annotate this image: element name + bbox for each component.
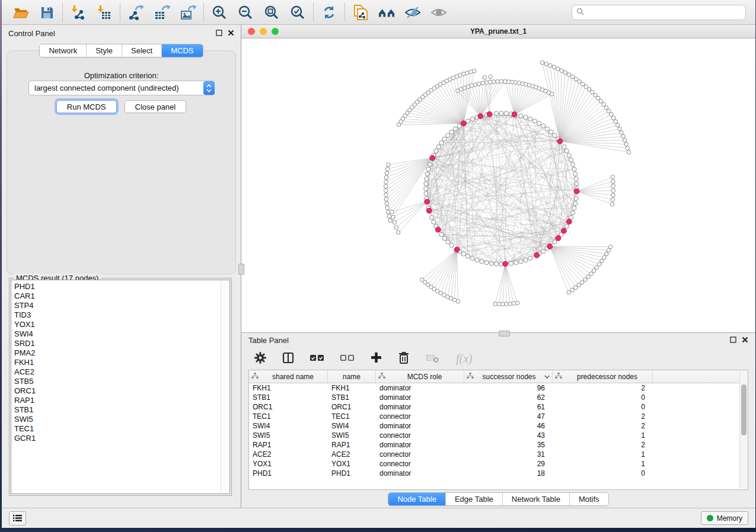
mcds-result-item[interactable]: GCR1 xyxy=(14,434,229,443)
cell-shared-name[interactable]: ACE2 xyxy=(249,450,328,459)
table-row[interactable]: RAP1RAP1dominator352 xyxy=(249,440,748,450)
table-row[interactable]: FKH1FKH1dominator962 xyxy=(249,383,748,393)
column-layout-icon[interactable] xyxy=(282,352,294,366)
network-canvas[interactable] xyxy=(241,39,755,332)
cell-predecessor-nodes[interactable]: 2 xyxy=(553,441,653,449)
delete-column-icon[interactable] xyxy=(398,351,410,367)
import-network-icon[interactable] xyxy=(70,4,87,21)
tab-network[interactable]: Network xyxy=(40,44,87,57)
mcds-result-item[interactable]: TEC1 xyxy=(14,424,229,434)
close-panel-icon[interactable] xyxy=(228,29,234,38)
column-header-MCDS-role[interactable]: MCDS role xyxy=(376,370,464,383)
cell-mcds-role[interactable]: dominator xyxy=(376,469,464,477)
mcds-result-item[interactable]: SWI5 xyxy=(14,415,229,424)
column-header-successor-nodes[interactable]: successor nodes xyxy=(464,370,553,383)
mcds-network-node[interactable] xyxy=(556,236,561,241)
mcds-network-node[interactable] xyxy=(547,244,553,249)
cell-predecessor-nodes[interactable]: 0 xyxy=(553,403,653,411)
table-row[interactable]: SWI4SWI4dominator462 xyxy=(249,421,748,431)
mcds-result-item[interactable]: SRD1 xyxy=(14,339,229,348)
column-header-name[interactable]: name xyxy=(328,370,376,383)
cell-predecessor-nodes[interactable]: 0 xyxy=(553,469,653,477)
cell-successor-nodes[interactable]: 96 xyxy=(464,384,553,392)
cell-name[interactable]: ACE2 xyxy=(328,450,376,459)
mcds-result-list[interactable]: PHD1CAR1STP4TID3YOX1SWI4SRD1PMA2FKH1ACE2… xyxy=(11,280,230,494)
cell-shared-name[interactable]: TEC1 xyxy=(249,412,328,421)
save-session-icon[interactable] xyxy=(39,4,55,21)
open-session-icon[interactable] xyxy=(12,4,29,21)
splitter-handle-vertical[interactable] xyxy=(238,264,244,275)
first-neighbors-icon[interactable] xyxy=(378,4,395,21)
mcds-network-node[interactable] xyxy=(454,247,460,252)
export-table-icon[interactable] xyxy=(154,4,170,21)
mcds-result-item[interactable]: CAR1 xyxy=(14,291,229,301)
mcds-result-item[interactable]: STP4 xyxy=(14,301,229,310)
cell-successor-nodes[interactable]: 46 xyxy=(464,422,553,430)
table-row[interactable]: ACE2ACE2connector311 xyxy=(249,450,748,459)
splitter-handle-horizontal[interactable] xyxy=(499,331,510,336)
window-minimize-button[interactable] xyxy=(260,28,267,35)
float-panel-icon[interactable] xyxy=(216,29,222,38)
zoom-fit-icon[interactable] xyxy=(263,4,280,21)
select-all-checkboxes-icon[interactable] xyxy=(310,354,324,364)
mcds-result-item[interactable]: YOX1 xyxy=(14,320,229,329)
table-row[interactable]: TEC1TEC1connector472 xyxy=(249,412,748,421)
mcds-network-node[interactable] xyxy=(461,121,466,126)
tab-style[interactable]: Style xyxy=(87,44,122,57)
column-header-shared-name[interactable]: shared name xyxy=(249,370,328,383)
cell-name[interactable]: FKH1 xyxy=(328,384,376,392)
mcds-result-item[interactable]: PHD1 xyxy=(14,282,229,291)
cell-shared-name[interactable]: SWI5 xyxy=(249,431,328,440)
memory-button[interactable]: Memory xyxy=(701,511,748,525)
mcds-result-item[interactable]: STB5 xyxy=(14,377,229,386)
cell-predecessor-nodes[interactable]: 0 xyxy=(553,393,653,402)
mcds-result-item[interactable]: TID3 xyxy=(14,310,229,320)
mcds-network-node[interactable] xyxy=(557,139,563,144)
cell-shared-name[interactable]: SWI4 xyxy=(249,422,328,430)
mcds-result-item[interactable]: STB1 xyxy=(14,405,229,415)
mcds-network-node[interactable] xyxy=(425,199,430,204)
cell-shared-name[interactable]: STB1 xyxy=(249,393,328,402)
tab-motifs[interactable]: Motifs xyxy=(570,493,608,505)
cell-mcds-role[interactable]: dominator xyxy=(376,422,464,430)
mcds-result-item[interactable]: FKH1 xyxy=(14,358,229,367)
optimization-criterion-select[interactable]: largest connected component (undirected) xyxy=(28,81,215,95)
show-all-icon[interactable] xyxy=(430,4,447,21)
mcds-network-node[interactable] xyxy=(512,112,517,117)
import-table-icon[interactable] xyxy=(96,4,113,21)
mcds-result-item[interactable]: ACE2 xyxy=(14,367,229,377)
cell-successor-nodes[interactable]: 35 xyxy=(464,441,553,449)
mcds-result-item[interactable]: RAP1 xyxy=(14,396,229,405)
cell-successor-nodes[interactable]: 61 xyxy=(464,403,553,411)
cell-mcds-role[interactable]: connector xyxy=(376,431,464,440)
refresh-layout-icon[interactable] xyxy=(321,4,337,21)
window-maximize-button[interactable] xyxy=(272,28,279,35)
cell-mcds-role[interactable]: connector xyxy=(376,460,464,468)
cell-name[interactable]: YOX1 xyxy=(328,460,376,468)
mcds-list-scrollbar[interactable] xyxy=(221,281,229,493)
mcds-result-item[interactable]: ORC1 xyxy=(14,386,229,396)
zoom-in-icon[interactable] xyxy=(211,4,228,21)
close-table-panel-icon[interactable] xyxy=(742,336,748,345)
cell-successor-nodes[interactable]: 31 xyxy=(464,450,553,459)
cell-shared-name[interactable]: FKH1 xyxy=(249,384,328,392)
cell-successor-nodes[interactable]: 18 xyxy=(464,469,553,477)
close-panel-button[interactable]: Close panel xyxy=(125,100,187,113)
search-input[interactable] xyxy=(572,5,746,20)
cell-name[interactable]: SWI4 xyxy=(328,422,376,430)
cell-name[interactable]: SWI5 xyxy=(328,431,376,440)
cell-shared-name[interactable]: ORC1 xyxy=(249,403,328,411)
cell-shared-name[interactable]: YOX1 xyxy=(249,460,328,468)
clear-checkboxes-icon[interactable] xyxy=(340,354,355,364)
table-row[interactable]: SWI5SWI5connector431 xyxy=(249,431,748,440)
table-scrollbar[interactable] xyxy=(739,371,748,489)
table-row[interactable]: ORC1ORC1dominator610 xyxy=(249,402,748,412)
mcds-network-node[interactable] xyxy=(478,114,483,119)
mcds-network-node[interactable] xyxy=(534,252,540,258)
cell-name[interactable]: TEC1 xyxy=(328,412,376,421)
mcds-network-node[interactable] xyxy=(435,227,441,232)
cell-name[interactable]: STB1 xyxy=(328,393,376,402)
cell-name[interactable]: ORC1 xyxy=(328,403,376,411)
zoom-out-icon[interactable] xyxy=(237,4,254,21)
cell-shared-name[interactable]: PHD1 xyxy=(249,469,328,477)
